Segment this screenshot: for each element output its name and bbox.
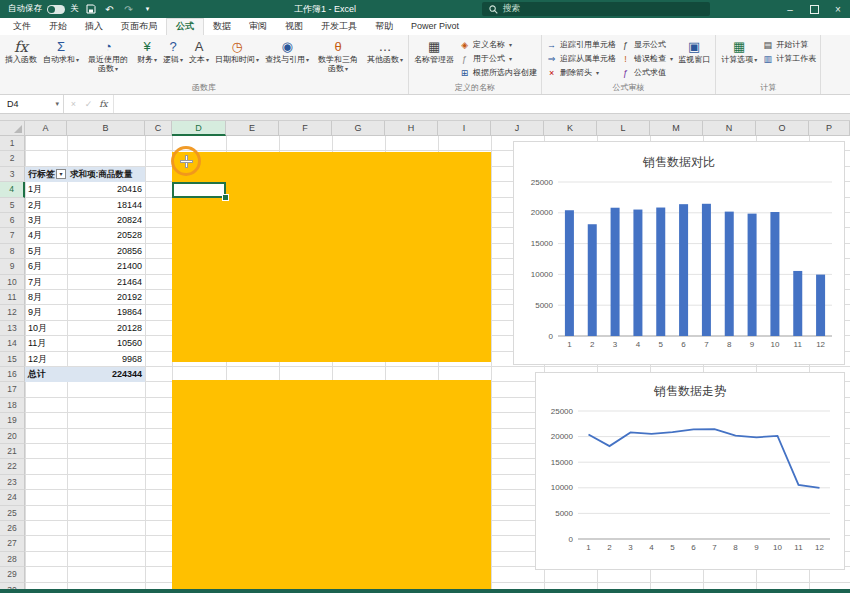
ribbon-tab-视图[interactable]: 视图 [276, 18, 312, 35]
select-all-button[interactable] [0, 121, 25, 136]
cell-B10[interactable]: 21464 [67, 275, 145, 290]
cell-A5[interactable]: 2月 [25, 198, 67, 213]
ribbon-button-自动求和[interactable]: Σ自动求和▾ [40, 36, 82, 81]
column-header-F[interactable]: F [279, 121, 332, 136]
row-header-21[interactable]: 21 [0, 444, 25, 459]
ribbon-button-文本[interactable]: A文本▾ [186, 36, 212, 81]
row-header-18[interactable]: 18 [0, 398, 25, 413]
ribbon-tab-插入[interactable]: 插入 [76, 18, 112, 35]
line-chart[interactable]: 销售数据走势0500010000150002000025000123456789… [535, 372, 845, 570]
column-header-A[interactable]: A [25, 121, 67, 136]
cell-A11[interactable]: 8月 [25, 290, 67, 305]
ribbon-button-监视窗口[interactable]: ▣监视窗口 [675, 36, 713, 81]
row-header-3[interactable]: 3 [0, 167, 25, 182]
column-header-L[interactable]: L [597, 121, 650, 136]
ribbon-button-根据所选内容创建[interactable]: ⊞根据所选内容创建 [459, 66, 537, 79]
cell-A16[interactable]: 总计 [25, 367, 67, 382]
cell-B8[interactable]: 20856 [67, 244, 145, 259]
cell-B3[interactable]: 求和项:商品数量 [67, 167, 145, 182]
row-header-15[interactable]: 15 [0, 352, 25, 367]
cell-B11[interactable]: 20192 [67, 290, 145, 305]
cell-B13[interactable]: 20128 [67, 321, 145, 336]
cell-A8[interactable]: 5月 [25, 244, 67, 259]
cell-A9[interactable]: 6月 [25, 259, 67, 274]
row-header-27[interactable]: 27 [0, 536, 25, 551]
row-header-19[interactable]: 19 [0, 413, 25, 428]
ribbon-button-数学和三角函数[interactable]: θ数学和三角函数▾ [312, 36, 364, 81]
row-header-28[interactable]: 28 [0, 552, 25, 567]
ribbon-button-名称管理器[interactable]: ▦名称管理器 [411, 36, 457, 81]
orange-rectangle-2[interactable] [172, 380, 491, 593]
ribbon-button-计算工作表[interactable]: ▥计算工作表 [762, 52, 816, 65]
maximize-button[interactable] [802, 0, 826, 18]
row-header-4[interactable]: 4 [0, 182, 25, 197]
autosave-toggle[interactable] [47, 5, 65, 14]
ribbon-button-显示公式[interactable]: ƒ显示公式 [620, 38, 673, 51]
ribbon-button-计算选项[interactable]: ▦计算选项▾ [718, 36, 760, 81]
ribbon-tab-开发工具[interactable]: 开发工具 [312, 18, 366, 35]
column-header-C[interactable]: C [145, 121, 172, 136]
save-icon[interactable] [84, 2, 98, 16]
close-button[interactable]: × [826, 0, 850, 18]
bar-chart[interactable]: 销售数据对比0500010000150002000025000123456789… [513, 141, 845, 365]
ribbon-tab-页面布局[interactable]: 页面布局 [112, 18, 166, 35]
row-header-29[interactable]: 29 [0, 567, 25, 582]
row-header-7[interactable]: 7 [0, 228, 25, 243]
row-header-17[interactable]: 17 [0, 382, 25, 397]
column-header-E[interactable]: E [226, 121, 279, 136]
ribbon-button-日期和时间[interactable]: ◷日期和时间▾ [212, 36, 262, 81]
column-header-K[interactable]: K [544, 121, 597, 136]
cell-A10[interactable]: 7月 [25, 275, 67, 290]
fill-handle[interactable] [222, 194, 229, 201]
ribbon-tab-开始[interactable]: 开始 [40, 18, 76, 35]
ribbon-tab-公式[interactable]: 公式 [166, 18, 204, 35]
ribbon-button-财务[interactable]: ¥财务▾ [134, 36, 160, 81]
formula-input[interactable] [114, 95, 850, 113]
row-header-20[interactable]: 20 [0, 429, 25, 444]
row-header-12[interactable]: 12 [0, 305, 25, 320]
row-header-24[interactable]: 24 [0, 490, 25, 505]
name-box[interactable]: D4 ▾ [0, 95, 64, 113]
cell-A14[interactable]: 11月 [25, 336, 67, 351]
undo-icon[interactable]: ↶ [103, 2, 117, 16]
ribbon-button-删除箭头[interactable]: ×删除箭头▾ [546, 66, 616, 79]
row-header-8[interactable]: 8 [0, 244, 25, 259]
row-header-23[interactable]: 23 [0, 475, 25, 490]
row-header-13[interactable]: 13 [0, 321, 25, 336]
column-header-G[interactable]: G [332, 121, 385, 136]
cell-B9[interactable]: 21400 [67, 259, 145, 274]
row-header-9[interactable]: 9 [0, 259, 25, 274]
column-header-B[interactable]: B [67, 121, 145, 136]
search-box[interactable]: 搜索 [482, 2, 710, 16]
row-header-5[interactable]: 5 [0, 198, 25, 213]
column-header-N[interactable]: N [703, 121, 756, 136]
row-header-2[interactable]: 2 [0, 151, 25, 166]
row-header-6[interactable]: 6 [0, 213, 25, 228]
ribbon-tab-数据[interactable]: 数据 [204, 18, 240, 35]
column-header-I[interactable]: I [438, 121, 491, 136]
row-header-25[interactable]: 25 [0, 506, 25, 521]
row-header-11[interactable]: 11 [0, 290, 25, 305]
ribbon-button-插入函数[interactable]: fx插入函数 [2, 36, 40, 81]
cell-B7[interactable]: 20528 [67, 228, 145, 243]
column-header-M[interactable]: M [650, 121, 703, 136]
ribbon-button-查找与引用[interactable]: ◉查找与引用▾ [262, 36, 312, 81]
column-header-H[interactable]: H [385, 121, 438, 136]
cell-A3[interactable]: 行标签▾ [25, 167, 67, 182]
row-header-22[interactable]: 22 [0, 459, 25, 474]
ribbon-button-最近使用的函数[interactable]: ◔最近使用的函数▾ [82, 36, 134, 81]
ribbon-button-逻辑[interactable]: ?逻辑▾ [160, 36, 186, 81]
cancel-icon[interactable]: × [66, 99, 81, 109]
cell-B12[interactable]: 19864 [67, 305, 145, 320]
cell-B5[interactable]: 18144 [67, 198, 145, 213]
cell-selection-D4[interactable] [172, 182, 226, 198]
column-header-P[interactable]: P [809, 121, 850, 136]
insert-function-icon[interactable]: fx [96, 99, 111, 109]
cell-A6[interactable]: 3月 [25, 213, 67, 228]
cell-B6[interactable]: 20824 [67, 213, 145, 228]
row-header-1[interactable]: 1 [0, 136, 25, 151]
enter-icon[interactable]: ✓ [81, 99, 96, 109]
cell-A15[interactable]: 12月 [25, 352, 67, 367]
name-box-dropdown-icon[interactable]: ▾ [55, 100, 63, 108]
cell-B4[interactable]: 20416 [67, 182, 145, 197]
